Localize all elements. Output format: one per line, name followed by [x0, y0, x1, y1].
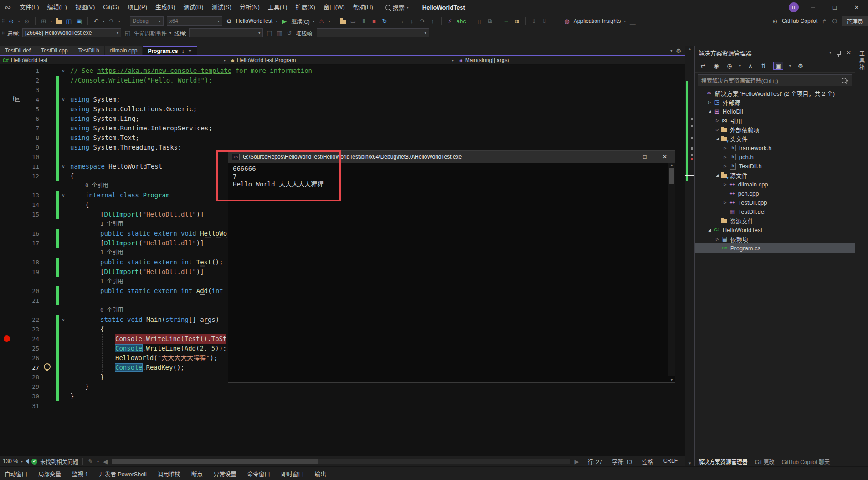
open-folder-icon[interactable] [56, 20, 62, 24]
sidebar-bottom-tab[interactable]: 解决方案资源管理器 [699, 458, 748, 465]
code-line[interactable]: 1∨// See https://aka.ms/new-console-temp… [0, 66, 685, 76]
tree-item-源文件[interactable]: ◢源文件 [695, 170, 855, 180]
chevron-down-icon[interactable]: ▾ [103, 19, 105, 23]
diagnostics-icon[interactable]: ⚡ [446, 18, 453, 25]
document-tab[interactable]: TestDll.cpp [36, 46, 73, 55]
eol-indicator[interactable]: CRLF [663, 458, 678, 465]
tool-window-tab[interactable]: 断点 [191, 470, 203, 478]
menu-item[interactable]: 分析(N) [236, 0, 264, 15]
console-maximize-button[interactable]: □ [635, 154, 655, 160]
properties-icon[interactable]: ⚙ [797, 62, 804, 69]
tree-item-头文件[interactable]: ◢头文件 [695, 134, 855, 143]
tree-item-解决方案 'HelloWorldTest' (2 个项目，共 2 个)[interactable]: ∞解决方案 'HelloWorldTest' (2 个项目，共 2 个) [695, 88, 855, 98]
line-number[interactable]: 3 [0, 85, 44, 95]
type-dropdown[interactable]: ◆ HelloWorldTest.Program ▾ [228, 57, 457, 63]
continue-icon[interactable]: ▶ [281, 18, 288, 25]
search-icon[interactable] [842, 78, 847, 83]
chevron-down-icon[interactable]: ▾ [18, 19, 20, 23]
tree-expander-icon[interactable]: ▷ [706, 100, 713, 104]
chevron-down-icon[interactable]: ▾ [276, 19, 277, 23]
tool-window-tab[interactable]: 开发者 PowerShell [99, 470, 146, 478]
line-number[interactable] [0, 219, 44, 229]
line-number[interactable]: 4 [0, 95, 44, 104]
tree-item-TestDll.h[interactable]: ▷hTestDll.h [695, 161, 855, 170]
tool-window-tab[interactable]: 命令窗口 [247, 470, 270, 478]
chevron-down-icon[interactable]: ▾ [169, 31, 171, 35]
tree-expander-icon[interactable]: ◢ [714, 173, 721, 177]
stop-debugging-icon[interactable]: ■ [370, 18, 378, 25]
flag-threads-icon[interactable]: ▤ [266, 30, 273, 36]
line-number[interactable]: 6 [0, 114, 44, 124]
chevron-down-icon[interactable]: ▾ [51, 19, 52, 23]
collapse-all-icon[interactable]: ∧ [747, 62, 754, 69]
document-tab[interactable]: TestDll.def [0, 46, 36, 55]
line-number[interactable]: 11 [0, 162, 44, 171]
chevron-down-icon[interactable]: ▾ [739, 64, 741, 68]
tree-expander-icon[interactable]: ◢ [706, 228, 713, 232]
menu-item[interactable]: 窗口(W) [319, 0, 349, 15]
thread-dropdown[interactable]: ▾ [189, 28, 263, 37]
line-number[interactable] [0, 305, 44, 315]
code-line[interactable]: 4∨using System; [0, 95, 685, 104]
step-out-icon[interactable]: ↑ [429, 18, 437, 25]
tool-window-tab[interactable]: 异常设置 [214, 470, 236, 478]
line-number[interactable]: 9 [0, 143, 44, 152]
code-line[interactable]: 8using System.Text; [0, 133, 685, 143]
line-number[interactable]: 17 [0, 238, 44, 248]
scroll-down-icon[interactable]: ▼ [685, 461, 694, 465]
code-line[interactable]: 6using System.Linq; [0, 114, 685, 124]
tab-list-dropdown-icon[interactable]: ▾ [670, 49, 672, 53]
solution-explorer-search[interactable]: 搜索解决方案资源管理器(Ctrl+;) ▾ [698, 74, 852, 86]
pin-icon[interactable]: ↧ [181, 49, 185, 54]
person-icon[interactable]: 𐌏 [831, 18, 838, 25]
codelens-label[interactable]: 0 个引用 [85, 182, 108, 189]
show-threads-icon[interactable]: ▥ [276, 30, 283, 36]
tree-item-Program.cs[interactable]: C#Program.cs [695, 243, 855, 253]
toolbar-grip[interactable]: ⣿ [2, 19, 5, 23]
open-files-filter-icon[interactable]: ◷ [726, 62, 733, 69]
maximize-button[interactable]: □ [827, 4, 842, 11]
code-line[interactable]: 7using System.Runtime.InteropServices; [0, 124, 685, 133]
fold-icon[interactable]: ∨ [62, 162, 65, 171]
save-icon[interactable]: ◫ [65, 18, 72, 25]
tree-expander-icon[interactable]: ◢ [706, 109, 713, 114]
line-number[interactable]: 18 [0, 258, 44, 267]
continue-label[interactable]: 继续(C) [291, 17, 310, 25]
menu-item[interactable]: 编辑(E) [43, 0, 71, 15]
switch-views-icon[interactable]: ⇄ [699, 62, 707, 69]
tree-item-HelloDll[interactable]: ◢⊞HelloDll [695, 107, 855, 116]
speaker-icon[interactable] [26, 459, 29, 464]
console-minimize-button[interactable]: ─ [615, 154, 635, 160]
search-box[interactable]: 搜索 ▾ [385, 3, 409, 12]
scroll-left-icon[interactable]: ◀ [102, 458, 109, 465]
minimize-button[interactable]: ─ [805, 4, 821, 11]
chevron-down-icon[interactable]: ▾ [789, 64, 791, 68]
tree-expander-icon[interactable]: ▷ [722, 146, 729, 150]
show-next-statement-icon[interactable]: → [398, 18, 405, 25]
chevron-down-icon[interactable]: ▾ [624, 19, 626, 23]
undo-icon[interactable]: ↶ [92, 18, 100, 25]
menu-item[interactable]: Git(G) [99, 0, 123, 15]
line-number[interactable]: 29 [0, 382, 44, 392]
tool-window-tab[interactable]: 监视 1 [72, 470, 88, 478]
line-number[interactable]: 8 [0, 133, 44, 143]
fold-icon[interactable]: ∨ [62, 191, 65, 200]
line-number[interactable]: 13 [0, 191, 44, 200]
line-number[interactable] [0, 277, 44, 286]
tool-window-tab[interactable]: 局部变量 [38, 470, 61, 478]
horizontal-scrollbar[interactable] [112, 459, 570, 464]
editor-options-icon[interactable]: ⚙ [676, 47, 681, 54]
line-number[interactable]: 22 [0, 315, 44, 325]
format-lines-icon[interactable]: ≋ [514, 18, 521, 25]
hot-reload-icon[interactable]: ♨ [318, 18, 325, 25]
sync-with-active-document-icon[interactable]: ⇅ [760, 62, 767, 69]
codelens-label[interactable]: 1 个引用 [100, 249, 123, 256]
column-indicator[interactable]: 字符: 13 [612, 458, 632, 465]
close-icon[interactable]: ✕ [846, 49, 851, 56]
sidebar-bottom-tab[interactable]: GitHub Copilot 聊天 [782, 458, 830, 465]
tree-item-pch.h[interactable]: ▷hpch.h [695, 152, 855, 161]
tool-window-tab[interactable]: 调用堆栈 [158, 470, 180, 478]
chevron-down-icon[interactable]: ▾ [118, 19, 120, 23]
tree-expander-icon[interactable]: ▷ [714, 128, 721, 132]
toggle-flagged-icon[interactable]: ↺ [286, 30, 293, 36]
